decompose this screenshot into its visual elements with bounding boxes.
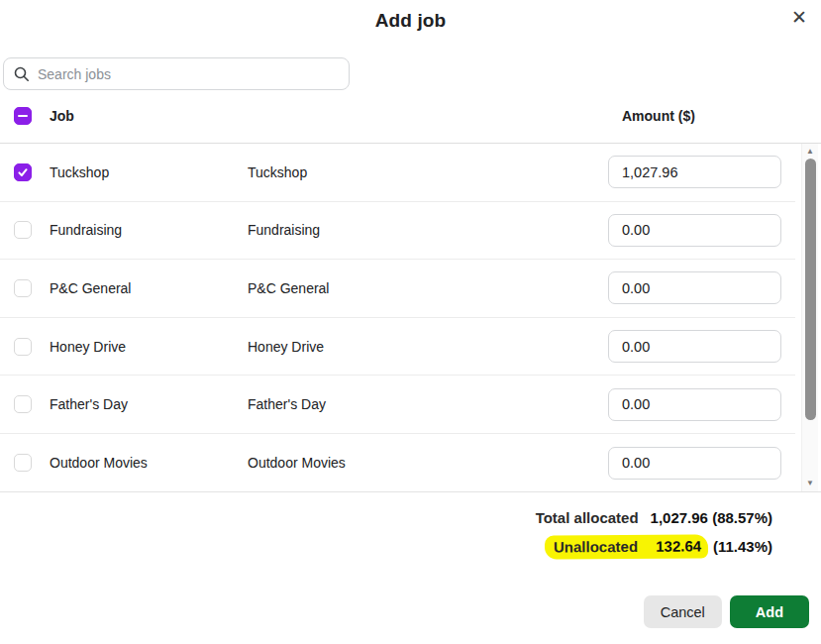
close-icon[interactable]: ✕ [791, 8, 807, 27]
job-list: Tuckshop Tuckshop Fundraising Fundraisin… [0, 144, 795, 492]
job-name-secondary: Honey Drive [248, 339, 608, 355]
table-row: Fundraising Fundraising [0, 202, 795, 261]
search-section [0, 40, 821, 90]
add-job-modal: Add job ✕ Job Amount ($) Tuckshop Tucksh… [0, 0, 821, 644]
job-name-secondary: Outdoor Movies [248, 455, 608, 471]
scrollbar-thumb[interactable] [805, 159, 816, 420]
job-name: Honey Drive [50, 339, 248, 355]
table-row: Outdoor Movies Outdoor Movies [0, 434, 795, 492]
table-row: Honey Drive Honey Drive [0, 318, 795, 376]
unallocated-percent: (11.43%) [713, 538, 772, 555]
table-row: P&C General P&C General [0, 260, 795, 318]
highlight-annotation: Unallocated 132.64 [545, 534, 708, 559]
amount-input[interactable] [608, 447, 781, 480]
search-input-container[interactable] [3, 57, 350, 90]
job-name: Tuckshop [50, 164, 248, 180]
scroll-down-icon[interactable]: ▼ [806, 479, 814, 488]
total-allocated-label: Total allocated [536, 509, 639, 526]
job-name: Fundraising [50, 222, 248, 238]
scroll-up-icon[interactable]: ▲ [806, 147, 814, 157]
job-name: Father's Day [50, 396, 248, 412]
unallocated-label: Unallocated [554, 538, 638, 556]
amount-input[interactable] [608, 214, 781, 247]
table-header: Job Amount ($) [0, 92, 821, 144]
column-header-job: Job [50, 108, 74, 124]
cancel-button[interactable]: Cancel [644, 595, 722, 628]
scrollbar[interactable]: ▲ ▼ [801, 144, 818, 491]
job-name-secondary: Father's Day [248, 396, 608, 412]
row-checkbox[interactable] [14, 395, 32, 413]
job-name-secondary: P&C General [248, 280, 608, 296]
select-all-checkbox[interactable] [14, 107, 32, 125]
row-checkbox[interactable] [14, 338, 32, 356]
allocation-summary: Total allocated 1,027.96 (88.57%) Unallo… [0, 509, 821, 559]
unallocated-value: 132.64 [656, 537, 701, 554]
amount-input[interactable] [608, 156, 781, 188]
search-input[interactable] [38, 66, 339, 82]
unallocated-line: Unallocated 132.64 (11.43%) [0, 535, 772, 559]
checkmark-icon [17, 166, 29, 178]
search-icon [14, 66, 30, 82]
job-name-secondary: Tuckshop [248, 164, 608, 180]
amount-input[interactable] [608, 271, 781, 304]
row-checkbox[interactable] [14, 454, 32, 472]
total-allocated-value: 1,027.96 (88.57%) [651, 509, 772, 526]
modal-header: Add job ✕ [0, 0, 821, 40]
table-row: Father's Day Father's Day [0, 376, 795, 434]
job-list-scroll-area: Tuckshop Tuckshop Fundraising Fundraisin… [0, 144, 821, 492]
job-name: P&C General [50, 280, 248, 296]
table-row: Tuckshop Tuckshop [0, 144, 795, 202]
row-checkbox[interactable] [14, 279, 32, 297]
column-header-amount: Amount ($) [622, 108, 695, 124]
add-button[interactable]: Add [730, 595, 809, 628]
total-allocated-line: Total allocated 1,027.96 (88.57%) [0, 509, 772, 526]
row-checkbox[interactable] [14, 221, 32, 239]
job-name: Outdoor Movies [50, 455, 248, 471]
job-name-secondary: Fundraising [248, 222, 608, 238]
amount-input[interactable] [608, 330, 781, 363]
modal-actions: Cancel Add [0, 595, 821, 628]
indeterminate-dash-icon [18, 115, 28, 118]
row-checkbox[interactable] [14, 163, 32, 181]
amount-input[interactable] [608, 388, 781, 421]
page-title: Add job [0, 0, 821, 32]
